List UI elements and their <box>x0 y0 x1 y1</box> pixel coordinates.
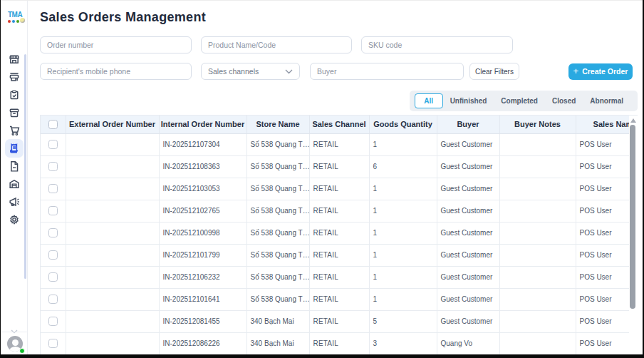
logo-dot-green <box>16 20 19 23</box>
settings-gear-icon <box>8 213 21 226</box>
cell-buyer: Guest Customer <box>437 133 499 155</box>
row-checkbox[interactable] <box>48 317 58 326</box>
col-header-external-order-number[interactable]: External Order Number <box>66 116 159 133</box>
sidebar-item-clipboard-check[interactable] <box>5 86 24 104</box>
cell-buyer-notes <box>499 133 576 155</box>
cell-buyer-notes <box>499 178 576 200</box>
cell-buyer-notes <box>499 332 576 354</box>
cell-store-name: Số 538 Quang T… <box>246 244 309 266</box>
sidebar-scroll-down-chevron-icon[interactable] <box>11 324 18 337</box>
sidebar-item-pos-counter[interactable] <box>5 68 24 86</box>
sidebar-item-archive-box[interactable] <box>5 103 24 122</box>
plus-icon: + <box>573 66 579 76</box>
cell-external-order-number <box>66 200 159 222</box>
cell-sales-name: POS User <box>576 222 638 244</box>
filters-row-2: Sales channels Clear Filters + Create Or… <box>40 63 638 80</box>
row-checkbox[interactable] <box>48 184 58 193</box>
cell-external-order-number <box>66 222 159 244</box>
sidebar-item-warehouse[interactable] <box>5 175 24 193</box>
row-checkbox[interactable] <box>48 140 58 149</box>
cell-goods-quantity: 1 <box>369 200 437 222</box>
cell-buyer: Guest Customer <box>437 310 499 332</box>
sidebar-item-sales-order-receipt[interactable] <box>5 139 24 158</box>
product-name-code-input[interactable] <box>201 36 352 53</box>
sales-channels-select[interactable]: Sales channels <box>201 63 300 80</box>
cell-store-name: Số 538 Quang T… <box>246 178 309 200</box>
megaphone-icon <box>8 195 21 208</box>
clear-filters-button[interactable]: Clear Filters <box>469 63 519 80</box>
cell-goods-quantity: 1 <box>369 178 437 200</box>
cell-store-name: Số 538 Quang T… <box>246 266 309 288</box>
order-row: IN-202512100998Số 538 Quang T…RETAIL1Gue… <box>41 222 638 244</box>
cell-external-order-number <box>66 133 159 155</box>
col-header-sales-name[interactable]: Sales Name <box>576 116 638 133</box>
cell-internal-order-number: IN-202512101641 <box>159 288 246 310</box>
cell-sales-channel: RETAIL <box>309 266 369 288</box>
table-scrollbar-thumb[interactable] <box>630 125 635 309</box>
sales-order-receipt-icon <box>8 142 21 155</box>
col-header-store-name[interactable]: Store Name <box>246 116 309 133</box>
table-vertical-scrollbar[interactable] <box>629 116 638 354</box>
order-row: IN-202512086226340 Bạch MaiRETAIL3Quang … <box>41 332 638 354</box>
sidebar-scrollbar-thumb[interactable] <box>24 54 26 279</box>
row-checkbox[interactable] <box>48 250 58 260</box>
create-order-button[interactable]: + Create Order <box>568 63 633 80</box>
cell-goods-quantity: 5 <box>369 310 437 332</box>
cell-buyer: Guest Customer <box>437 266 499 288</box>
tab-unfinished[interactable]: Unfinished <box>443 93 494 108</box>
cell-buyer: Guest Customer <box>437 288 499 310</box>
scrollbar-up-arrow-icon[interactable] <box>630 118 636 123</box>
shopping-cart-icon <box>8 124 21 137</box>
sku-code-input[interactable] <box>361 36 513 53</box>
sales-channels-select-label: Sales channels <box>208 67 285 76</box>
select-all-checkbox[interactable] <box>48 120 58 129</box>
order-number-input[interactable] <box>40 36 192 53</box>
row-checkbox[interactable] <box>48 162 58 171</box>
row-checkbox[interactable] <box>48 295 58 304</box>
cell-sales-channel: RETAIL <box>309 178 369 200</box>
row-checkbox[interactable] <box>48 206 58 215</box>
user-avatar[interactable] <box>7 336 23 352</box>
page-title: Sales Orders Management <box>40 10 206 25</box>
col-header-sales-channel[interactable]: Sales Channel <box>309 116 369 133</box>
cell-sales-name: POS User <box>576 155 638 178</box>
cell-buyer-notes <box>499 155 576 178</box>
tab-all[interactable]: All <box>415 93 443 108</box>
cell-sales-channel: RETAIL <box>309 332 369 354</box>
tab-abnormal[interactable]: Abnormal <box>583 93 630 108</box>
tab-closed[interactable]: Closed <box>545 93 583 108</box>
tma-logo[interactable]: TMA <box>8 11 25 23</box>
cell-store-name: 340 Bạch Mai <box>246 310 309 332</box>
cell-internal-order-number: IN-202512108363 <box>159 155 246 178</box>
sidebar-item-storefront[interactable] <box>5 50 24 68</box>
cell-buyer: Guest Customer <box>437 244 499 266</box>
sidebar-item-document[interactable] <box>5 157 24 175</box>
sidebar-item-megaphone[interactable] <box>5 193 24 211</box>
cell-buyer-notes <box>499 310 576 332</box>
row-checkbox[interactable] <box>48 228 58 237</box>
buyer-input[interactable] <box>310 63 464 80</box>
col-header-internal-order-number[interactable]: Internal Order Number <box>159 116 246 133</box>
row-checkbox[interactable] <box>48 339 58 348</box>
row-checkbox[interactable] <box>48 272 58 282</box>
cell-internal-order-number: IN-202512107304 <box>159 133 246 155</box>
order-row: IN-202512102765Số 538 Quang T…RETAIL1Gue… <box>41 200 638 222</box>
sidebar-item-settings-gear[interactable] <box>5 210 24 229</box>
tab-completed[interactable]: Completed <box>494 93 545 108</box>
cell-buyer-notes <box>499 266 576 288</box>
logo-dot-blue <box>12 20 15 23</box>
cell-sales-name: POS User <box>576 200 638 222</box>
col-header-buyer-notes[interactable]: Buyer Notes <box>499 116 576 133</box>
recipient-mobile-phone-input[interactable] <box>40 63 192 80</box>
col-header-buyer[interactable]: Buyer <box>437 116 499 133</box>
cell-sales-channel: RETAIL <box>309 200 369 222</box>
col-header-goods-quantity[interactable]: Goods Quantity <box>369 116 437 133</box>
cell-internal-order-number: IN-202512106232 <box>159 266 246 288</box>
cell-sales-channel: RETAIL <box>309 310 369 332</box>
cell-sales-channel: RETAIL <box>309 133 369 155</box>
orders-table: External Order Number Internal Order Num… <box>41 116 638 354</box>
cell-goods-quantity: 1 <box>369 288 437 310</box>
cell-sales-name: POS User <box>576 332 638 354</box>
sidebar-item-shopping-cart[interactable] <box>5 121 24 140</box>
cell-external-order-number <box>66 332 159 354</box>
